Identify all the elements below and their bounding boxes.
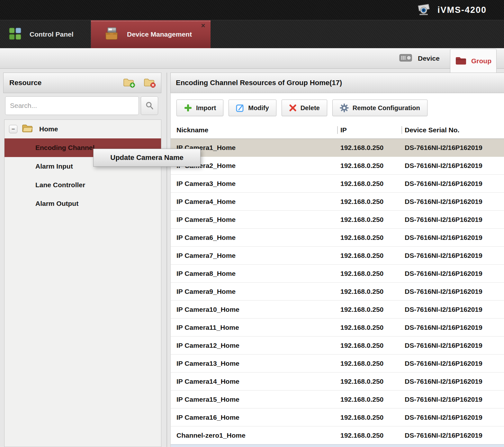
delete-button[interactable]: Delete bbox=[282, 100, 327, 116]
table-row[interactable]: IP Camera6_Home 192.168.0.250 DS-7616NI-… bbox=[171, 229, 504, 247]
menu-item-label: Update Camera Name bbox=[110, 153, 183, 162]
column-header-serial-label: Device Serial No. bbox=[405, 126, 459, 134]
cell-nickname: IP Camera3_Home bbox=[171, 180, 337, 188]
table-bottom-strip bbox=[171, 444, 504, 447]
cell-ip: 192.168.0.250 bbox=[337, 342, 401, 349]
tree-item-home-label: Home bbox=[39, 125, 58, 133]
import-button[interactable]: Import bbox=[176, 100, 223, 116]
column-header-ip[interactable]: IP bbox=[337, 126, 401, 134]
remote-configuration-button[interactable]: Remote Configuration bbox=[332, 100, 428, 116]
column-divider bbox=[337, 126, 338, 134]
tab-device-management-label: Device Management bbox=[127, 31, 192, 38]
folder-icon bbox=[455, 56, 467, 66]
cell-serial: DS-7616NI-I2/16P162019 bbox=[401, 180, 504, 188]
cell-ip: 192.168.0.250 bbox=[337, 216, 401, 224]
tree-item-label: Lane Controller bbox=[35, 181, 85, 189]
table-row[interactable]: IP Camera13_Home 192.168.0.250 DS-7616NI… bbox=[171, 355, 504, 372]
menu-item-update-camera-name[interactable]: Update Camera Name bbox=[94, 149, 200, 166]
cell-nickname: IP Camera10_Home bbox=[171, 306, 337, 313]
cell-serial: DS-7616NI-I2/16P162019 bbox=[401, 378, 504, 385]
table-row[interactable]: IP Camera1_Home 192.168.0.250 DS-7616NI-… bbox=[171, 139, 504, 157]
close-icon[interactable] bbox=[199, 22, 207, 30]
cell-nickname: IP Camera12_Home bbox=[171, 342, 337, 349]
table-row[interactable]: IP Camera16_Home 192.168.0.250 DS-7616NI… bbox=[171, 408, 504, 426]
plus-icon bbox=[184, 104, 192, 112]
cell-serial: DS-7616NI-I2/16P162019 bbox=[401, 360, 504, 367]
table-row[interactable]: IP Camera8_Home 192.168.0.250 DS-7616NI-… bbox=[171, 265, 504, 283]
cell-ip: 192.168.0.250 bbox=[337, 180, 401, 188]
tree-item-label: Alarm Output bbox=[35, 200, 78, 207]
app-grid-icon bbox=[9, 28, 21, 41]
remote-configuration-button-label: Remote Configuration bbox=[353, 104, 420, 112]
cell-serial: DS-7616NI-I2/16P162019 bbox=[401, 342, 504, 349]
add-group-button[interactable] bbox=[123, 77, 135, 88]
tab-control-panel[interactable]: Control Panel bbox=[0, 20, 91, 48]
cell-ip: 192.168.0.250 bbox=[337, 270, 401, 277]
cell-serial: DS-7616NI-I2/16P162019 bbox=[401, 198, 504, 206]
table-row[interactable]: Channel-zero1_Home 192.168.0.250 DS-7616… bbox=[171, 426, 504, 444]
table-row[interactable]: IP Camera4_Home 192.168.0.250 DS-7616NI-… bbox=[171, 193, 504, 211]
tab-control-panel-label: Control Panel bbox=[30, 31, 74, 38]
table-row[interactable]: IP Camera5_Home 192.168.0.250 DS-7616NI-… bbox=[171, 211, 504, 229]
cell-ip: 192.168.0.250 bbox=[337, 306, 401, 313]
minus-icon[interactable] bbox=[9, 125, 17, 133]
column-header-nickname[interactable]: Nickname bbox=[171, 126, 337, 134]
cell-nickname: Channel-zero1_Home bbox=[171, 432, 337, 439]
resource-panel-header: Resource bbox=[3, 73, 161, 93]
cell-serial: DS-7616NI-I2/16P162019 bbox=[401, 396, 504, 403]
cell-ip: 192.168.0.250 bbox=[337, 144, 401, 152]
cell-nickname: IP Camera16_Home bbox=[171, 414, 337, 421]
table-toolbar: Import Modify Delete bbox=[176, 100, 428, 116]
cell-nickname: IP Camera14_Home bbox=[171, 378, 337, 385]
context-menu: Update Camera Name bbox=[93, 149, 201, 167]
cell-serial: DS-7616NI-I2/16P162019 bbox=[401, 414, 504, 421]
cell-nickname: IP Camera15_Home bbox=[171, 396, 337, 403]
table-row[interactable]: IP Camera3_Home 192.168.0.250 DS-7616NI-… bbox=[171, 175, 504, 193]
cell-ip: 192.168.0.250 bbox=[337, 396, 401, 403]
table-row[interactable]: IP Camera14_Home 192.168.0.250 DS-7616NI… bbox=[171, 372, 504, 390]
search-button[interactable] bbox=[141, 96, 158, 115]
tab-group-label: Group bbox=[471, 57, 491, 65]
encoder-device-icon bbox=[399, 53, 412, 64]
table-row[interactable]: IP Camera15_Home 192.168.0.250 DS-7616NI… bbox=[171, 390, 504, 408]
app-logo: iVMS-4200 bbox=[415, 0, 487, 20]
delete-group-button[interactable] bbox=[144, 77, 156, 88]
search-input[interactable] bbox=[5, 96, 139, 115]
table-row[interactable]: IP Camera10_Home 192.168.0.250 DS-7616NI… bbox=[171, 301, 504, 319]
cell-serial: DS-7616NI-I2/16P162019 bbox=[401, 144, 504, 152]
cell-nickname: IP Camera8_Home bbox=[171, 270, 337, 277]
table-row[interactable]: IP Camera7_Home 192.168.0.250 DS-7616NI-… bbox=[171, 247, 504, 265]
table-row[interactable]: IP Camera9_Home 192.168.0.250 DS-7616NI-… bbox=[171, 283, 504, 301]
cell-ip: 192.168.0.250 bbox=[337, 378, 401, 385]
cell-ip: 192.168.0.250 bbox=[337, 198, 401, 206]
table-header: Nickname IP Device Serial No. bbox=[171, 121, 504, 139]
resource-tree: Home Encoding Channel Alarm Input Lane C… bbox=[4, 119, 161, 447]
table-row[interactable]: IP Camera2_Home 192.168.0.250 DS-7616NI-… bbox=[171, 157, 504, 175]
column-header-serial[interactable]: Device Serial No. bbox=[401, 126, 504, 134]
tree-item-home[interactable]: Home bbox=[4, 120, 161, 138]
delete-button-label: Delete bbox=[301, 104, 320, 112]
tree-item-lane-controller[interactable]: Lane Controller bbox=[4, 176, 161, 194]
gear-icon bbox=[340, 103, 349, 112]
folder-delete-icon bbox=[144, 78, 156, 88]
table-row[interactable]: IP Camera11_Home 192.168.0.250 DS-7616NI… bbox=[171, 319, 504, 337]
title-bar: iVMS-4200 bbox=[0, 0, 504, 20]
panel-splitter[interactable] bbox=[166, 73, 167, 447]
tab-device-management[interactable]: Device Management bbox=[91, 20, 211, 48]
cell-serial: DS-7616NI-I2/16P162019 bbox=[401, 306, 504, 313]
cell-nickname: IP Camera6_Home bbox=[171, 234, 337, 241]
table-row[interactable]: IP Camera12_Home 192.168.0.250 DS-7616NI… bbox=[171, 337, 504, 355]
tree-item-alarm-output[interactable]: Alarm Output bbox=[4, 194, 161, 213]
cell-nickname: IP Camera4_Home bbox=[171, 198, 337, 206]
tree-item-label: Encoding Channel bbox=[35, 144, 94, 152]
cell-nickname: IP Camera13_Home bbox=[171, 360, 337, 367]
cell-ip: 192.168.0.250 bbox=[337, 432, 401, 439]
cell-ip: 192.168.0.250 bbox=[337, 288, 401, 295]
camera-table-body: IP Camera1_Home 192.168.0.250 DS-7616NI-… bbox=[171, 139, 504, 444]
device-drawer-icon bbox=[104, 27, 119, 42]
modify-button-label: Modify bbox=[248, 104, 269, 112]
tab-device[interactable]: Device bbox=[399, 48, 447, 69]
modify-button[interactable]: Modify bbox=[229, 100, 276, 116]
cell-ip: 192.168.0.250 bbox=[337, 162, 401, 170]
tab-group[interactable]: Group bbox=[450, 49, 497, 73]
